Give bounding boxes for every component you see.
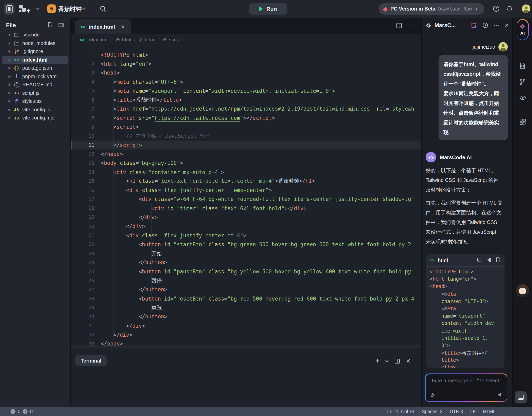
code-line[interactable]: <html lang="en"> bbox=[430, 276, 504, 284]
code-line[interactable]: 27 </button> bbox=[71, 285, 421, 294]
code-line[interactable]: 11 </script> bbox=[71, 140, 421, 150]
code-line[interactable]: 28 <button id="resetBtn" class="bg-red-5… bbox=[71, 294, 421, 303]
tab-index-html[interactable]: <> index.html ✕ bbox=[75, 20, 131, 34]
code-line[interactable]: 17 <div class="w-64 h-64 bg-white rounde… bbox=[71, 195, 421, 204]
code-line[interactable]: 26 暂停 bbox=[71, 276, 421, 285]
notifications-bell-icon[interactable] bbox=[506, 5, 513, 12]
code-line[interactable]: content="width=dev bbox=[430, 321, 504, 328]
user-avatar[interactable] bbox=[522, 4, 530, 13]
new-terminal-icon[interactable]: + bbox=[376, 357, 380, 365]
history-icon[interactable] bbox=[482, 22, 488, 28]
code-line[interactable]: 21 <div class="flex justify-center mt-4"… bbox=[71, 231, 421, 240]
status-item[interactable]: UTF-8 bbox=[450, 409, 463, 414]
code-line[interactable]: <!DOCTYPE html> bbox=[430, 269, 504, 276]
file-item-vite.config.js[interactable]: JSvite.config.js bbox=[0, 106, 70, 114]
panel-more-icon[interactable]: ⋯ bbox=[494, 22, 499, 28]
breadcrumb-html[interactable]: html bbox=[122, 37, 131, 42]
code-line[interactable]: 22 <button id="startBtn" class="bg-green… bbox=[71, 240, 421, 249]
code-line[interactable]: 7 <link href="https://cdn.jsdelivr.net/n… bbox=[71, 105, 421, 114]
terminal-tab[interactable]: Terminal bbox=[75, 355, 107, 366]
code-line[interactable]: 31 </div> bbox=[71, 321, 421, 330]
code-line[interactable]: 14 <div class="container mx-auto p-4"> bbox=[71, 168, 421, 177]
code-line[interactable]: 16 <div class="flex justify-center items… bbox=[71, 186, 421, 195]
code-line[interactable]: 25 <button id="pauseBtn" class="bg-yello… bbox=[71, 267, 421, 276]
editor-scrollbar-thumb[interactable] bbox=[407, 109, 411, 111]
close-terminal-icon[interactable]: ✕ bbox=[406, 358, 411, 364]
code-line[interactable]: 15 <h1 class="text-3xl font-bold text-ce… bbox=[71, 177, 421, 186]
code-line[interactable]: <head> bbox=[430, 284, 504, 291]
status-item[interactable]: HTML bbox=[483, 409, 496, 414]
code-line[interactable]: 33</body> bbox=[71, 339, 421, 346]
code-block-content[interactable]: <!DOCTYPE html><html lang="en"><head> <m… bbox=[426, 267, 504, 368]
code-line[interactable]: title> bbox=[430, 357, 504, 365]
terminal-divider[interactable] bbox=[71, 346, 421, 347]
help-icon[interactable]: ? bbox=[493, 5, 500, 12]
code-line[interactable]: 13<body class="bg-gray-100"> bbox=[71, 158, 421, 168]
code-area[interactable]: 1<!DOCTYPE html>2<html lang="en">3<head>… bbox=[71, 45, 421, 346]
new-file-icon[interactable] bbox=[47, 22, 53, 28]
code-line[interactable]: 30 </button> bbox=[71, 312, 421, 321]
create-file-from-code-icon[interactable] bbox=[496, 257, 501, 262]
code-line[interactable]: 3<head> bbox=[71, 68, 421, 77]
code-line[interactable]: <title>番茄时钟</ bbox=[430, 350, 504, 357]
code-line[interactable]: 4 <meta charset="UTF-8"> bbox=[71, 77, 421, 87]
split-editor-icon[interactable] bbox=[396, 23, 402, 28]
code-line[interactable]: initial-scale=1. bbox=[430, 335, 504, 343]
code-line[interactable]: 24 </button> bbox=[71, 258, 421, 267]
tab-close-icon[interactable]: ✕ bbox=[121, 24, 125, 30]
code-line[interactable]: 19 </div> bbox=[71, 213, 421, 222]
file-item-.gitignore[interactable]: .gitignore bbox=[0, 47, 70, 56]
extensions-grid-icon[interactable] bbox=[519, 118, 526, 125]
code-line[interactable]: 29 重置 bbox=[71, 303, 421, 312]
file-item-node_modules[interactable]: node_modules bbox=[0, 39, 70, 47]
code-line[interactable]: 12</head> bbox=[71, 150, 421, 159]
code-line[interactable]: 18 <div id="timer" class="text-6xl font-… bbox=[71, 204, 421, 213]
file-search-icon[interactable] bbox=[519, 62, 526, 69]
errors-icon[interactable]: ✕ bbox=[10, 409, 15, 414]
copy-code-icon[interactable] bbox=[476, 257, 482, 262]
status-item[interactable]: LF bbox=[470, 409, 476, 414]
search-icon[interactable] bbox=[100, 5, 106, 12]
preview-eye-icon[interactable] bbox=[519, 95, 526, 101]
code-line[interactable]: <meta bbox=[430, 291, 504, 298]
breadcrumb-script[interactable]: script bbox=[169, 37, 181, 42]
code-line[interactable]: <meta bbox=[430, 306, 504, 313]
banner-action[interactable]: Download Now bbox=[438, 6, 472, 12]
status-item[interactable]: Ln 11, Col 14 bbox=[387, 409, 415, 414]
file-item-.vscode[interactable]: .vscode bbox=[0, 31, 70, 39]
code-line[interactable]: 9 <script> bbox=[71, 122, 421, 132]
panel-close-icon[interactable]: ✕ bbox=[504, 22, 509, 28]
new-folder-icon[interactable] bbox=[58, 22, 64, 28]
code-line[interactable]: 5 <meta name="viewport" content="width=d… bbox=[71, 86, 421, 95]
file-item-index.html[interactable]: <>index.html bbox=[2, 56, 68, 64]
breadcrumb-head[interactable]: head bbox=[145, 37, 155, 42]
code-line[interactable]: ice-width, bbox=[430, 328, 504, 335]
terminal-profile-chevron-icon[interactable] bbox=[385, 359, 389, 363]
breadcrumb-file[interactable]: index.html bbox=[86, 37, 108, 42]
new-chat-icon[interactable] bbox=[471, 22, 477, 28]
code-line[interactable]: <link bbox=[430, 365, 504, 368]
pc-version-banner[interactable]: PC Version in Beta Download Now bbox=[379, 3, 484, 15]
file-item-pnpm-lock.yaml[interactable]: !pnpm-lock.yaml bbox=[0, 72, 70, 81]
assistant-floating-avatar[interactable] bbox=[516, 284, 529, 297]
marscode-logo[interactable] bbox=[18, 4, 33, 14]
split-terminal-icon[interactable] bbox=[395, 358, 400, 364]
project-chevron-down-icon[interactable] bbox=[82, 7, 86, 11]
workspace-chevron-down-icon[interactable] bbox=[36, 7, 40, 11]
more-actions-icon[interactable]: ⋯ bbox=[409, 22, 416, 29]
run-button[interactable]: Run bbox=[249, 3, 287, 15]
toggle-bottom-panel-button[interactable] bbox=[515, 391, 527, 404]
code-line[interactable]: 20 </div> bbox=[71, 222, 421, 231]
warnings-icon[interactable]: ! bbox=[23, 409, 28, 414]
code-line[interactable]: 2<html lang="en"> bbox=[71, 59, 421, 69]
source-control-icon[interactable] bbox=[519, 79, 526, 86]
code-line[interactable]: name="viewport" bbox=[430, 313, 504, 320]
code-line[interactable]: 8 <script src="https://cdn.tailwindcss.c… bbox=[71, 113, 421, 122]
code-line[interactable]: 10 // 在这里编写 JavaScript 代码 bbox=[71, 131, 421, 140]
file-item-package.json[interactable]: {}package.json bbox=[0, 64, 70, 72]
input-sparkle-icon[interactable] bbox=[430, 392, 435, 397]
code-line[interactable]: 6 <title>番茄时钟</title> bbox=[71, 95, 421, 105]
file-item-vite.config.mjs[interactable]: JSvite.config.mjs bbox=[0, 114, 70, 122]
code-line[interactable]: charset="UTF-8"> bbox=[430, 298, 504, 306]
terminal-body[interactable] bbox=[71, 368, 421, 407]
